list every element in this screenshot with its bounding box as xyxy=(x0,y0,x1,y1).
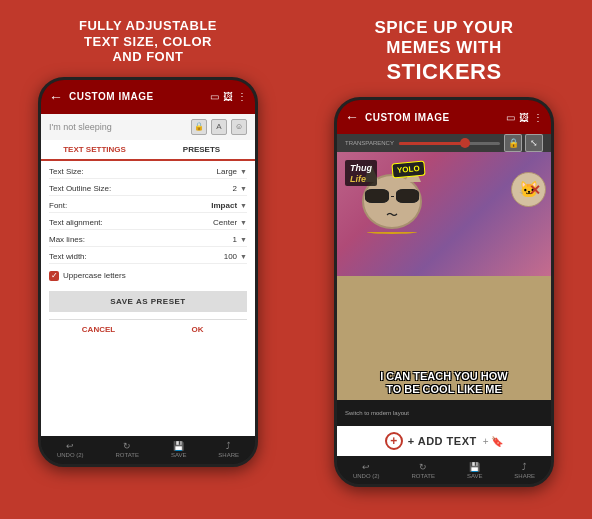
nav-undo[interactable]: ↩ UNDO (2) xyxy=(57,441,84,458)
setting-text-size: Text Size: Large ▼ xyxy=(49,165,247,179)
lock-icon: 🔒 xyxy=(194,122,204,131)
save-label: SAVE xyxy=(171,452,187,458)
switch-layout-text[interactable]: Switch to modern layout xyxy=(345,410,409,416)
phone-bottom-nav-left: ↩ UNDO (2) ↻ ROTATE 💾 SAVE ⤴ SHARE xyxy=(41,436,255,464)
nav-save[interactable]: 💾 SAVE xyxy=(171,441,187,458)
setting-label-font: Font: xyxy=(49,201,67,210)
settings-rows: Text Size: Large ▼ Text Outline Size: 2 … xyxy=(41,161,255,343)
dropdown-arrow-icon-2: ▼ xyxy=(240,185,247,192)
setting-label-maxlines: Max lines: xyxy=(49,235,85,244)
phone-top-bar-right: ← CUSTOM IMAGE ▭ 🖼 ⋮ xyxy=(337,100,551,134)
setting-value-width[interactable]: 100 ▼ xyxy=(224,252,247,261)
phone-bottom-nav-right: ↩ UNDO (2) ↻ ROTATE 💾 SAVE ⤴ SHARE xyxy=(337,456,551,484)
setting-label-alignment: Text alignment: xyxy=(49,218,103,227)
rotate-icon-right: ↻ xyxy=(419,462,427,472)
settings-tabs: TEXT SETTINGS PRESETS xyxy=(41,140,255,161)
cat-mustache: 〜 xyxy=(386,207,398,224)
setting-font: Font: Impact ▼ xyxy=(49,199,247,213)
undo-label-right: UNDO (2) xyxy=(353,473,380,479)
phone-top-icons-left: ▭ 🖼 ⋮ xyxy=(210,91,247,102)
check-icon: ✓ xyxy=(51,271,58,280)
setting-value-outline[interactable]: 2 ▼ xyxy=(233,184,247,193)
back-arrow-right-icon[interactable]: ← xyxy=(345,109,359,125)
right-headline-line1: SPICE UP YOUR xyxy=(374,18,513,38)
share-icon-right: ⤴ xyxy=(522,462,527,472)
screen-icon-right[interactable]: ▭ xyxy=(506,112,515,123)
setting-outline-size: Text Outline Size: 2 ▼ xyxy=(49,182,247,196)
text-settings-panel: TEXT SETTINGS PRESETS Text Size: Large ▼… xyxy=(41,140,255,436)
image-icon[interactable]: 🖼 xyxy=(223,91,233,102)
nav-share[interactable]: ⤴ SHARE xyxy=(218,441,239,458)
dropdown-arrow-icon-5: ▼ xyxy=(240,236,247,243)
setting-label-text-size: Text Size: xyxy=(49,167,84,176)
sticker-yolo[interactable]: YOLO xyxy=(391,161,425,179)
setting-label-width: Text width: xyxy=(49,252,87,261)
add-text-bar: + + ADD TEXT + 🔖 xyxy=(337,426,551,456)
nav-undo-right[interactable]: ↩ UNDO (2) xyxy=(353,462,380,479)
size-icon-right[interactable]: ⤡ xyxy=(525,134,543,152)
setting-alignment: Text alignment: Center ▼ xyxy=(49,216,247,230)
undo-icon: ↩ xyxy=(66,441,74,451)
share-label-right: SHARE xyxy=(514,473,535,479)
transparency-label: TRANSPARENCY xyxy=(345,140,395,146)
dropdown-arrow-icon-3: ▼ xyxy=(240,202,247,209)
glass-left xyxy=(365,189,389,203)
back-arrow-icon[interactable]: ← xyxy=(49,89,63,105)
tab-text-settings[interactable]: TEXT SETTINGS xyxy=(41,140,148,161)
phone-input-bar: I'm not sleeping 🔒 A ☺ xyxy=(41,114,255,140)
transparency-bar: TRANSPARENCY 🔒 ⤡ xyxy=(337,134,551,152)
image-icon-right[interactable]: 🖼 xyxy=(519,112,529,123)
add-sticker-icon[interactable]: + 🔖 xyxy=(483,436,504,447)
right-headline-line3: STICKERS xyxy=(374,59,513,85)
left-panel: FULLY ADJUSTABLE TEXT SIZE, COLOR AND FO… xyxy=(0,0,296,519)
lock-icon-box[interactable]: 🔒 xyxy=(191,119,207,135)
undo-icon-right: ↩ xyxy=(362,462,370,472)
save-icon-right: 💾 xyxy=(469,462,480,472)
share-icon: ⤴ xyxy=(226,441,231,451)
glass-bridge xyxy=(391,196,394,197)
lock-icon: 🔒 xyxy=(508,138,519,148)
add-text-button[interactable]: + + ADD TEXT xyxy=(385,432,477,450)
sticker-thuglife[interactable]: Thug Life xyxy=(345,160,377,186)
dropdown-arrow-icon: ▼ xyxy=(240,168,247,175)
nav-save-right[interactable]: 💾 SAVE xyxy=(467,462,483,479)
lock-icon-right[interactable]: 🔒 xyxy=(504,134,522,152)
phone-top-bar-left: ← CUSTOM IMAGE ▭ 🖼 ⋮ xyxy=(41,80,255,114)
rotate-label: ROTATE xyxy=(116,452,139,458)
font-icon-box[interactable]: A xyxy=(211,119,227,135)
setting-value-maxlines[interactable]: 1 ▼ xyxy=(233,235,247,244)
meme-image-area: 〜 Thug Life YOLO 🐱 ✕ I CAN TEACH YOU HOW… xyxy=(337,152,551,400)
emoji-icon-box[interactable]: ☺ xyxy=(231,119,247,135)
rotate-icon: ↻ xyxy=(123,441,131,451)
setting-value-text-size[interactable]: Large ▼ xyxy=(217,167,247,176)
phone-title-right: CUSTOM IMAGE xyxy=(365,112,500,123)
left-headline: FULLY ADJUSTABLE TEXT SIZE, COLOR AND FO… xyxy=(79,18,217,65)
dropdown-arrow-icon-4: ▼ xyxy=(240,219,247,226)
nav-rotate[interactable]: ↻ ROTATE xyxy=(116,441,139,458)
font-icon: A xyxy=(216,122,221,131)
cancel-button[interactable]: CANCEL xyxy=(49,320,148,339)
nav-share-right[interactable]: ⤴ SHARE xyxy=(514,462,535,479)
save-preset-button[interactable]: SAVE AS PRESET xyxy=(49,291,247,312)
ok-button[interactable]: OK xyxy=(148,320,247,339)
setting-value-alignment[interactable]: Center ▼ xyxy=(213,218,247,227)
more-icon[interactable]: ⋮ xyxy=(237,91,247,102)
nav-rotate-right[interactable]: ↻ ROTATE xyxy=(412,462,435,479)
tab-presets[interactable]: PRESETS xyxy=(148,140,255,159)
phone-top-icons-right: ▭ 🖼 ⋮ xyxy=(506,112,543,123)
life-text: Life xyxy=(350,174,366,184)
setting-value-font[interactable]: Impact ▼ xyxy=(211,201,247,210)
left-headline-line2: TEXT SIZE, COLOR xyxy=(79,34,217,50)
share-label: SHARE xyxy=(218,452,239,458)
resize-icon: ⤡ xyxy=(530,138,538,148)
screen-icon[interactable]: ▭ xyxy=(210,91,219,102)
transparency-track[interactable] xyxy=(399,142,500,145)
emoji-icon: ☺ xyxy=(235,122,243,131)
uppercase-checkbox[interactable]: ✓ xyxy=(49,271,59,281)
bottom-action-buttons: CANCEL OK xyxy=(49,319,247,339)
more-icon-right[interactable]: ⋮ xyxy=(533,112,543,123)
cat-sunglasses xyxy=(365,188,419,204)
left-headline-line1: FULLY ADJUSTABLE xyxy=(79,18,217,34)
right-headline: SPICE UP YOUR MEMES WITH STICKERS xyxy=(374,18,513,85)
sticker-x-icon[interactable]: ✕ xyxy=(529,182,541,198)
